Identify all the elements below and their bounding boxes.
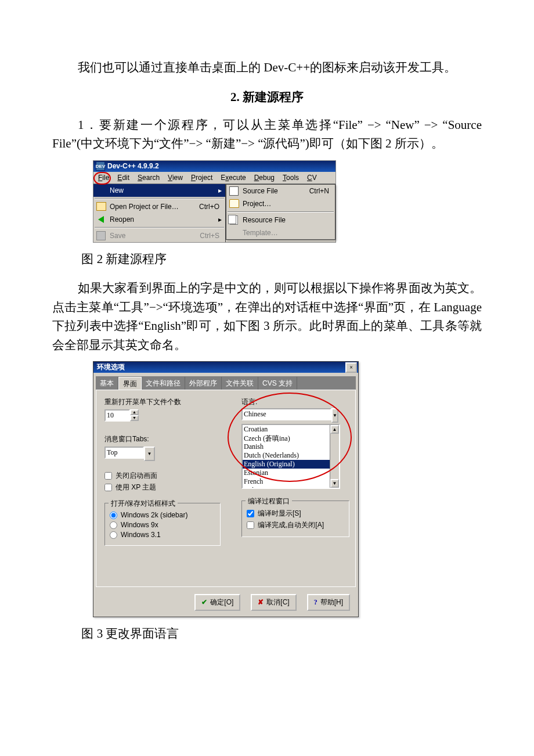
project-folder-icon [229,199,239,208]
radio-input[interactable] [110,521,117,529]
dialog-button-row: ✔ 确定[O] ✘ 取消[C] ? 帮助[H] [93,589,358,617]
checkbox-auto-close[interactable]: 编译完成,自动关闭[A] [247,520,344,530]
menu-tools[interactable]: Tools [279,172,302,183]
submenu-project[interactable]: Project… [226,197,335,210]
cross-icon: ✘ [258,598,264,607]
submenu-arrow-icon: ▸ [217,215,222,224]
chevron-down-icon[interactable]: ▼ [144,447,155,461]
menu-open-label: Open Project or File… [110,203,196,211]
list-item-selected[interactable]: English (Original) [243,460,339,469]
reopen-count-input[interactable] [104,409,130,422]
checkbox-label: 使用 XP 主题 [116,483,156,492]
msg-tabs-label: 消息窗口Tabs: [104,434,221,444]
checkbox-xp-theme[interactable]: 使用 XP 主题 [104,483,221,492]
language-combo-input[interactable] [241,408,331,420]
compile-window-group: 编译过程窗口 编译时显示[S] 编译完成,自动关闭[A] [241,501,349,537]
close-button[interactable]: × [345,362,357,373]
checkbox-show-on-compile[interactable]: 编译时显示[S] [247,509,344,519]
menu-open-shortcut: Ctrl+O [199,203,222,211]
menu-edit[interactable]: Edit [114,172,133,183]
checkbox-label: 编译时显示[S] [258,509,301,519]
menu-new-label: New [110,186,214,195]
checkbox-input[interactable] [247,510,254,517]
tab-basic[interactable]: 基本 [96,377,118,390]
reopen-count-label: 重新打开菜单下文件个数 [104,397,221,407]
language-listbox[interactable]: Croatian Czech (蒼嗔ina) Danish Dutch (Ned… [241,424,340,489]
dialog-style-legend: 打开/保存对话框样式 [109,499,178,509]
list-item[interactable]: Danish [243,442,339,451]
checkbox-close-splash[interactable]: 关闭启动画面 [104,471,221,481]
file-dropdown: New ▸ Open Project or File… Ctrl+O Reope… [93,184,226,242]
submenu-arrow-icon: ▸ [217,186,222,195]
language-label: 语言: [241,397,349,407]
checkbox-input[interactable] [104,472,112,480]
radio-win2k[interactable]: Windows 2k (sidebar) [110,511,215,519]
menu-view[interactable]: View [164,172,186,183]
tab-external[interactable]: 外部程序 [185,377,222,390]
dialog-tabs: 基本 界面 文件和路径 外部程序 文件关联 CVS 支持 [96,376,356,390]
scroll-up-icon[interactable]: ▲ [330,425,339,434]
figure-2-caption: 图 2 新建源程序 [52,250,482,269]
msg-tabs-combo[interactable]: ▼ [104,447,221,461]
submenu-template: Template… [226,226,335,239]
tab-file-assoc[interactable]: 文件关联 [222,377,258,390]
para-change-language: 如果大家看到界面上的字是中文的，则可以根据以下操作将界面改为英文。点击主菜单“工… [52,279,482,354]
question-icon: ? [314,598,317,607]
checkbox-input[interactable] [104,484,112,491]
radio-win9x[interactable]: Windows 9x [110,521,215,529]
submenu-source-file-shortcut: Ctrl+N [309,187,331,195]
list-item[interactable]: Dutch (Nederlands) [243,451,339,460]
radio-win31[interactable]: Windows 3.1 [110,531,215,539]
tab-interface[interactable]: 界面 [118,377,142,390]
list-item[interactable]: Galego [243,486,339,489]
list-item[interactable]: Croatian [243,425,339,434]
menu-cvs[interactable]: CV [304,172,320,183]
checkbox-input[interactable] [247,521,254,529]
spin-down-icon[interactable]: ▼ [130,415,139,421]
submenu-source-file[interactable]: Source File Ctrl+N [226,185,335,197]
cancel-button[interactable]: ✘ 取消[C] [251,594,296,611]
submenu-resource-file[interactable]: Resource File [226,214,335,226]
radio-input[interactable] [110,531,117,539]
menu-execute[interactable]: Execute [217,172,249,183]
tab-cvs[interactable]: CVS 支持 [258,377,297,390]
menu-reopen[interactable]: Reopen ▸ [93,213,225,226]
submenu-project-label: Project… [243,200,331,208]
resource-file-icon [229,215,239,225]
submenu-template-label: Template… [243,229,331,237]
menu-file[interactable]: File [95,172,113,183]
msg-tabs-input[interactable] [104,447,144,459]
help-button[interactable]: ? 帮助[H] [307,594,350,611]
menu-save-shortcut: Ctrl+S [200,232,222,240]
language-combo[interactable]: ▼ [241,408,338,423]
menubar: File Edit Search View Project Execute De… [93,172,335,184]
menu-new[interactable]: New ▸ [93,184,225,197]
menu-reopen-label: Reopen [110,215,214,224]
menu-save-label: Save [110,232,196,240]
radio-label: Windows 2k (sidebar) [121,511,187,519]
ok-button-label: 确定[O] [210,597,233,607]
menu-open[interactable]: Open Project or File… Ctrl+O [93,200,225,213]
reopen-count-spinbox[interactable]: ▲ ▼ [104,409,221,422]
scrollbar[interactable]: ▲ ▼ [330,425,339,488]
dialog-title: 环境选项 [97,362,125,372]
ok-button[interactable]: ✔ 确定[O] [194,594,240,611]
interface-panel: 重新打开菜单下文件个数 ▲ ▼ 消息窗口Tabs: ▼ [96,390,356,587]
menu-debug[interactable]: Debug [251,172,278,183]
window-titlebar: DEV Dev-C++ 4.9.9.2 [93,161,335,172]
app-icon: DEV [96,161,105,171]
list-item[interactable]: Estonian [243,469,339,477]
submenu-source-file-label: Source File [243,187,306,195]
list-item[interactable]: Czech (蒼嗔ina) [243,434,339,442]
new-file-icon [229,186,239,196]
chevron-down-icon[interactable]: ▼ [331,408,338,423]
menu-search[interactable]: Search [134,172,163,183]
scroll-down-icon[interactable]: ▼ [330,479,339,488]
dialog-style-group: 打开/保存对话框样式 Windows 2k (sidebar) Windows … [104,503,221,546]
radio-label: Windows 3.1 [121,531,161,539]
spin-up-icon[interactable]: ▲ [130,409,139,415]
list-item[interactable]: French [243,477,339,486]
tab-files-paths[interactable]: 文件和路径 [142,377,185,390]
radio-input[interactable] [110,512,117,519]
menu-project[interactable]: Project [187,172,216,183]
